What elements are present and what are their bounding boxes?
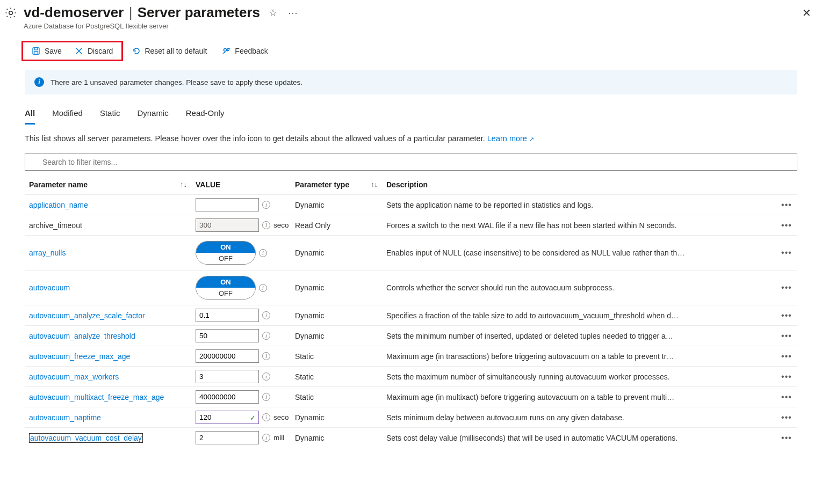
info-icon[interactable]: i	[262, 201, 270, 209]
param-link[interactable]: autovacuum_analyze_threshold	[29, 332, 135, 340]
param-link[interactable]: autovacuum_max_workers	[29, 372, 119, 381]
param-type: Dynamic	[291, 407, 382, 428]
svg-rect-1	[33, 48, 39, 54]
row-more-button[interactable]: •••	[776, 195, 797, 215]
param-type: Dynamic	[291, 195, 382, 215]
filter-tabs: AllModifiedStaticDynamicRead-Only	[0, 105, 822, 125]
value-input[interactable]	[196, 198, 259, 211]
col-header-name[interactable]: Parameter name↑↓	[25, 175, 191, 195]
param-desc: Sets the maximum number of simultaneousl…	[382, 367, 776, 387]
svg-point-4	[224, 49, 227, 52]
highlight-annotation: Save Discard	[21, 41, 123, 61]
table-row: autovacuum_naptime✓isecoDynamicSets mini…	[25, 407, 797, 428]
info-icon[interactable]: i	[262, 413, 270, 421]
row-more-button[interactable]: •••	[776, 271, 797, 305]
param-desc: Sets the application name to be reported…	[382, 195, 776, 215]
param-desc: Forces a switch to the next WAL file if …	[382, 215, 776, 236]
unit-label: seco	[273, 413, 289, 421]
close-button[interactable]: ✕	[800, 4, 813, 21]
search-input[interactable]	[25, 154, 797, 171]
value-input[interactable]	[196, 309, 259, 322]
row-more-button[interactable]: •••	[776, 305, 797, 326]
table-row: autovacuumONOFFiDynamicControls whether …	[25, 271, 797, 305]
row-more-button[interactable]: •••	[776, 215, 797, 236]
param-link[interactable]: autovacuum_analyze_scale_factor	[29, 311, 145, 320]
info-icon[interactable]: i	[259, 249, 267, 257]
table-row: autovacuum_analyze_thresholdiDynamicSets…	[25, 326, 797, 346]
value-input[interactable]	[196, 329, 259, 342]
param-link[interactable]: autovacuum_naptime	[29, 413, 101, 422]
tab-all[interactable]: All	[25, 105, 35, 125]
save-button[interactable]: Save	[25, 43, 68, 59]
discard-label: Discard	[88, 47, 113, 55]
feedback-icon	[222, 47, 230, 55]
gear-icon	[4, 6, 17, 19]
param-type: Read Only	[291, 215, 382, 236]
toggle-input[interactable]: ONOFF	[196, 276, 256, 300]
tab-readonly[interactable]: Read-Only	[186, 105, 225, 125]
value-input[interactable]	[196, 431, 259, 444]
info-icon[interactable]: i	[262, 221, 270, 229]
row-more-button[interactable]: •••	[776, 428, 797, 448]
page-description: This list shows all server parameters. P…	[0, 134, 822, 154]
svg-rect-2	[34, 48, 38, 50]
param-link[interactable]: array_nulls	[29, 249, 66, 257]
param-link[interactable]: autovacuum	[29, 283, 70, 292]
info-icon[interactable]: i	[262, 372, 270, 381]
page-header: vd-demoserver | Server parameters ☆ ⋯ Az…	[0, 0, 822, 32]
unit-label: mill	[273, 434, 284, 442]
value-input[interactable]	[196, 390, 259, 404]
value-input[interactable]	[196, 349, 259, 363]
param-link[interactable]: application_name	[29, 201, 88, 209]
row-more-button[interactable]: •••	[776, 346, 797, 367]
header-more-button[interactable]: ⋯	[286, 5, 300, 21]
reset-button[interactable]: Reset all to default	[125, 43, 213, 59]
info-banner: i There are 1 unsaved parameter changes.…	[25, 70, 797, 94]
unit-label: seco	[273, 221, 289, 229]
param-link[interactable]: autovacuum_vacuum_cost_delay	[29, 433, 143, 443]
param-type: Dynamic	[291, 305, 382, 326]
col-header-type[interactable]: Parameter type↑↓	[291, 175, 382, 195]
info-icon: i	[34, 77, 44, 87]
favorite-button[interactable]: ☆	[266, 5, 279, 21]
row-more-button[interactable]: •••	[776, 326, 797, 346]
value-input[interactable]	[196, 370, 259, 383]
row-more-button[interactable]: •••	[776, 407, 797, 428]
param-link[interactable]: autovacuum_multixact_freeze_max_age	[29, 393, 164, 401]
info-icon[interactable]: i	[262, 434, 270, 442]
param-type: Static	[291, 346, 382, 367]
info-icon[interactable]: i	[262, 311, 270, 319]
discard-button[interactable]: Discard	[68, 43, 119, 59]
page-subtitle: Azure Database for PostgreSQL flexible s…	[24, 22, 794, 30]
param-type: Dynamic	[291, 236, 382, 271]
close-icon	[75, 47, 83, 55]
info-icon[interactable]: i	[262, 393, 270, 401]
learn-more-link[interactable]: Learn more ↗	[487, 134, 534, 143]
info-icon[interactable]: i	[262, 332, 270, 340]
tab-static[interactable]: Static	[100, 105, 120, 125]
toggle-input[interactable]: ONOFF	[196, 241, 256, 265]
table-row: array_nullsONOFFiDynamicEnables input of…	[25, 236, 797, 271]
param-link[interactable]: autovacuum_freeze_max_age	[29, 352, 130, 361]
svg-point-0	[9, 11, 12, 14]
param-desc: Enables input of NULL (case insensitive)…	[382, 236, 776, 271]
tab-dynamic[interactable]: Dynamic	[137, 105, 168, 125]
banner-text: There are 1 unsaved parameter changes. P…	[51, 78, 302, 86]
feedback-button[interactable]: Feedback	[215, 43, 274, 59]
col-header-value[interactable]: VALUE	[191, 175, 291, 195]
row-more-button[interactable]: •••	[776, 236, 797, 271]
tab-modified[interactable]: Modified	[52, 105, 83, 125]
info-icon[interactable]: i	[262, 352, 270, 360]
param-type: Static	[291, 387, 382, 407]
param-desc: Sets cost delay value (milliseconds) tha…	[382, 428, 776, 448]
sort-icon: ↑↓	[371, 180, 378, 188]
info-icon[interactable]: i	[259, 284, 267, 292]
col-header-desc[interactable]: Description	[382, 175, 776, 195]
table-row: autovacuum_vacuum_cost_delayimillDynamic…	[25, 428, 797, 448]
row-more-button[interactable]: •••	[776, 367, 797, 387]
save-label: Save	[45, 47, 62, 55]
table-row: archive_timeoutisecoRead OnlyForces a sw…	[25, 215, 797, 236]
row-more-button[interactable]: •••	[776, 387, 797, 407]
table-row: autovacuum_max_workersiStaticSets the ma…	[25, 367, 797, 387]
param-desc: Specifies a fraction of the table size t…	[382, 305, 776, 326]
